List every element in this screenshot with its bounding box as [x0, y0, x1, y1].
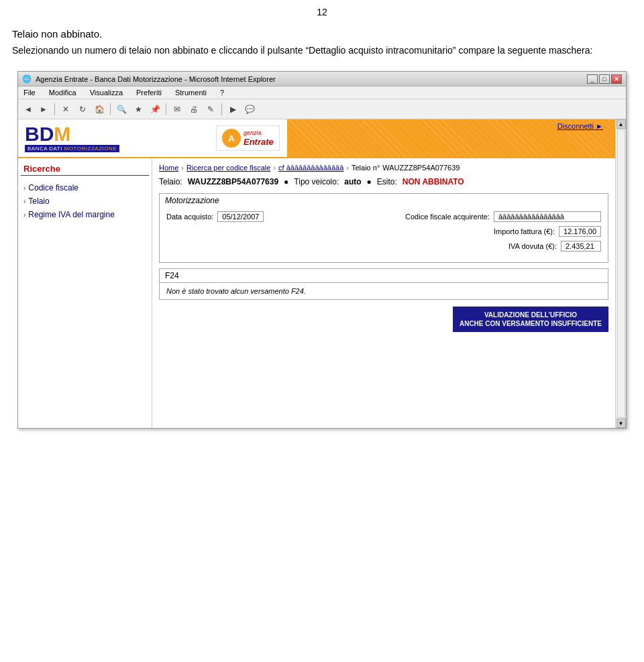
menu-visualizza[interactable]: Visualizza [87, 88, 125, 97]
stop-button[interactable]: ✕ [58, 102, 73, 117]
f24-box: F24 Non è stato trovato alcun versamento… [159, 268, 608, 300]
iva-label: IVA dovuta (€): [508, 242, 557, 250]
menu-help[interactable]: ? [217, 88, 227, 97]
bullet-2: ● [367, 177, 372, 186]
menu-file[interactable]: File [21, 88, 38, 97]
validation-button[interactable]: VALIDAZIONE DELL’UFFICIO ANCHE CON VERSA… [453, 307, 608, 332]
doc-title: Telaio non abbinato. [12, 28, 632, 40]
f24-message: Non è stato trovato alcun versamento F24… [160, 283, 608, 299]
breadcrumb-home[interactable]: Home [159, 164, 178, 172]
browser-toolbar: ◄ ► ✕ ↻ 🏠 🔍 ★ 📌 ✉ 🖨 ✎ ▶ 💬 [18, 99, 626, 119]
codice-fiscale-acquirente-value: āāāāāāāāāāāāāāāā [494, 211, 601, 222]
subtitle-orange: MOTORIZZAZIONE [64, 146, 117, 152]
data-acquisto-label: Data acquisto: [166, 213, 213, 221]
arrow-icon-2: › [23, 198, 25, 205]
m-text: M [54, 124, 70, 144]
esito-value: NON ABBINATO [402, 177, 464, 186]
validation-btn-line1: VALIDAZIONE DELL’UFFICIO [484, 311, 577, 319]
browser-title: Agenzia Entrate - Banca Dati Motorizzazi… [36, 75, 587, 83]
media-button[interactable]: ▶ [225, 102, 240, 117]
validation-btn-line2: ANCHE CON VERSAMENTO INSUFFICIENTE [460, 320, 602, 327]
mail-button[interactable]: ✉ [170, 102, 184, 117]
agenzia-circle: A [222, 129, 241, 148]
data-acquisto-value: 05/12/2007 [217, 211, 264, 222]
breadcrumb-telaio-label: Telaio n° [352, 164, 380, 172]
agenzia-label: genzia [244, 129, 274, 137]
disconnetti-area: Disconnetti ► [557, 122, 603, 130]
motorizzazione-left: Data acquisto: 05/12/2007 [166, 211, 377, 256]
menu-strumenti[interactable]: Strumenti [172, 88, 209, 97]
bullet-1: ● [284, 177, 288, 186]
breadcrumb: Home › Ricerca per codice fiscale › cf ā… [159, 164, 608, 172]
close-button[interactable]: ✕ [611, 74, 622, 84]
breadcrumb-cf[interactable]: cf āāāāāāāāāāāāāā [278, 164, 343, 172]
importo-label: Importo fattura (€): [494, 227, 555, 235]
print-button[interactable]: 🖨 [186, 102, 201, 117]
toolbar-sep-2 [110, 103, 111, 115]
edit-button[interactable]: ✎ [203, 102, 218, 117]
search-button[interactable]: 🔍 [114, 102, 129, 117]
breadcrumb-ricerca[interactable]: Ricerca per codice fiscale [186, 164, 270, 172]
codice-fiscale-row: Codice fiscale acquirente: āāāāāāāāāāāāā… [405, 211, 601, 222]
iva-value: 2.435,21 [561, 241, 601, 252]
messenger-button[interactable]: 💬 [242, 102, 257, 117]
motorizzazione-box: Motorizzazione Data acquisto: 05/12/2007 [159, 193, 608, 263]
sidebar-label-telaio: Telaio [28, 197, 49, 206]
scrollbar: ▲ ▼ [615, 119, 626, 428]
sidebar-label-regime-iva: Regime IVA del margine [28, 210, 115, 219]
tipo-value: auto [344, 177, 361, 186]
arrow-icon-1: › [23, 184, 25, 192]
toolbar-sep-3 [166, 103, 166, 115]
favorites-button[interactable]: ★ [131, 102, 146, 117]
motorizzazione-content: Data acquisto: 05/12/2007 Codice fiscale… [160, 207, 608, 262]
page-number: 12 [0, 0, 644, 28]
arrow-icon-3: › [23, 211, 25, 219]
bdm-subtitle: BANCA DATI MOTORIZZAZIONE [25, 145, 119, 152]
app-header: BD M BANCA DATI MOTORIZZAZIONE A genzia … [18, 119, 615, 158]
toolbar-sep-1 [54, 103, 55, 115]
tipo-label: Tipo veicolo: [294, 177, 339, 186]
scroll-down-arrow[interactable]: ▼ [616, 419, 626, 428]
motorizzazione-right: Codice fiscale acquirente: āāāāāāāāāāāāā… [390, 211, 601, 256]
sidebar-title: Ricerche [21, 164, 149, 176]
menu-modifica[interactable]: Modifica [46, 88, 79, 97]
data-acquisto-row: Data acquisto: 05/12/2007 [166, 211, 377, 222]
back-button[interactable]: ◄ [21, 102, 36, 117]
maximize-button[interactable]: □ [599, 74, 610, 84]
sidebar-label-codice-fiscale: Codice fiscale [28, 183, 78, 192]
history-button[interactable]: 📌 [148, 102, 162, 117]
browser-window: 🌐 Agenzia Entrate - Banca Dati Motorizza… [17, 71, 627, 429]
agenzia-text-block: genzia Entrate [244, 129, 274, 147]
bd-text: BD [25, 124, 54, 144]
header-logo-area: BD M BANCA DATI MOTORIZZAZIONE [18, 121, 216, 155]
nav-buttons: ◄ ► [21, 102, 51, 117]
home-button[interactable]: 🏠 [92, 102, 107, 117]
refresh-button[interactable]: ↻ [75, 102, 90, 117]
importo-value: 12.176,00 [559, 226, 601, 237]
browser-controls: _ □ ✕ [587, 74, 622, 84]
breadcrumb-sep-1: › [181, 164, 184, 172]
f24-title: F24 [160, 269, 608, 283]
telaio-value: WAUZZZ8BP54A077639 [188, 177, 278, 186]
breadcrumb-sep-3: › [346, 164, 349, 172]
entrate-label: Entrate [244, 137, 274, 148]
esito-label: Esito: [377, 177, 397, 186]
subtitle-white: BANCA DATI [28, 146, 62, 152]
content-area: Home › Ricerca per codice fiscale › cf ā… [152, 158, 615, 428]
importo-row: Importo fattura (€): 12.176,00 [494, 226, 601, 237]
browser-main-content: BD M BANCA DATI MOTORIZZAZIONE A genzia … [18, 119, 615, 428]
iva-row: IVA dovuta (€): 2.435,21 [508, 241, 601, 252]
forward-button[interactable]: ► [36, 102, 51, 117]
scroll-up-arrow[interactable]: ▲ [616, 119, 626, 129]
sidebar-item-codice-fiscale[interactable]: › Codice fiscale [21, 181, 149, 195]
minimize-button[interactable]: _ [587, 74, 598, 84]
toolbar-sep-4 [221, 103, 222, 115]
menu-preferiti[interactable]: Preferiti [133, 88, 164, 97]
sidebar-item-telaio[interactable]: › Telaio [21, 195, 149, 208]
browser-titlebar: 🌐 Agenzia Entrate - Banca Dati Motorizza… [18, 72, 626, 87]
telaio-label: Telaio: [159, 177, 182, 186]
sidebar: Ricerche › Codice fiscale › Telaio › Reg… [18, 158, 152, 428]
sidebar-item-regime-iva[interactable]: › Regime IVA del margine [21, 208, 149, 221]
disconnetti-link[interactable]: Disconnetti ► [557, 122, 603, 130]
scroll-track[interactable] [617, 129, 625, 418]
